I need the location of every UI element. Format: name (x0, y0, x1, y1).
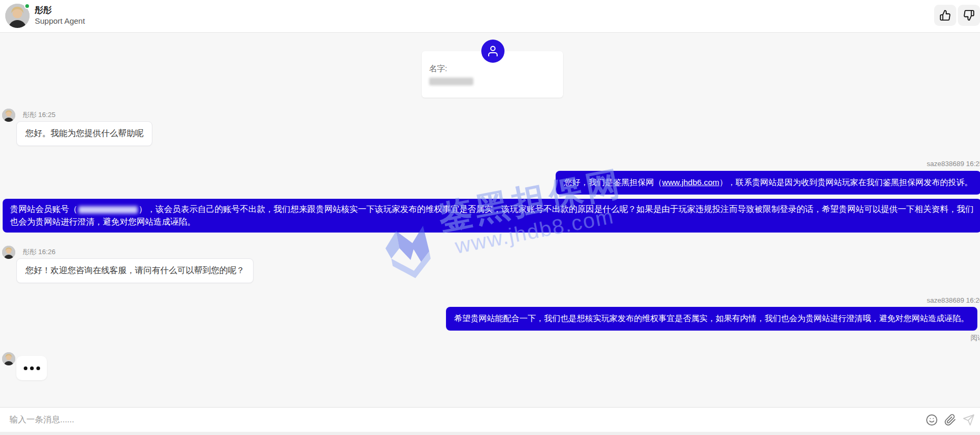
agent-role: Support Agent (35, 16, 85, 25)
visitor-name-redacted-value (429, 78, 473, 85)
message-composer (0, 407, 980, 432)
thumbs-down-icon (963, 9, 975, 21)
message-avatar (2, 246, 15, 259)
message-link[interactable]: www.jhdb6.com (662, 178, 720, 187)
read-receipt: 阅读 (971, 333, 980, 343)
chat-window: 彤彤 Support Agent 名字: 彤彤 16:25 您好。我能为您提供什… (0, 0, 980, 435)
visitor-name-label: 名字: (429, 64, 447, 74)
composer-icons (926, 414, 980, 426)
attachment-icon[interactable] (944, 414, 956, 426)
typing-indicator (16, 356, 47, 380)
message-avatar (2, 352, 15, 365)
message-text: ），该会员表示自己的账号不出款，我们想来跟贵网站核实一下该玩家发布的维权事宜是否… (10, 205, 974, 226)
bottom-strip (0, 432, 980, 435)
message-meta: 彤彤 16:26 (23, 247, 55, 257)
thumbs-up-button[interactable] (934, 5, 956, 26)
message-meta: 彤彤 16:25 (23, 110, 55, 120)
message-text: 您好，我们是鉴黑担保网（ (564, 178, 662, 187)
message-text: ），联系贵网站是因为收到贵网站玩家在我们鉴黑担保网发布的投诉。 (720, 178, 973, 187)
emoji-icon[interactable] (926, 414, 938, 426)
message-avatar (2, 109, 15, 122)
visitor-message-bubble: 您好，我们是鉴黑担保网（www.jhdb6.com），联系贵网站是因为收到贵网站… (556, 171, 980, 195)
message-text: 贵网站会员账号（ (10, 205, 77, 214)
chat-header: 彤彤 Support Agent (0, 0, 980, 33)
agent-message-bubble: 您好！欢迎您咨询在线客服，请问有什么可以帮到您的呢？ (16, 258, 254, 283)
message-meta: saze838689 16:26 (927, 296, 980, 304)
thumbs-down-button[interactable] (958, 5, 980, 26)
visitor-message-bubble-wide: 贵网站会员账号（），该会员表示自己的账号不出款，我们想来跟贵网站核实一下该玩家发… (3, 199, 980, 233)
message-meta: saze838689 16:25 (927, 160, 980, 168)
thumbs-up-icon (939, 9, 951, 21)
agent-name: 彤彤 (35, 5, 52, 16)
visitor-message-bubble: 希望贵网站能配合一下，我们也是想核实玩家发布的维权事宜是否属实，如果有内情，我们… (446, 307, 978, 331)
agent-message-bubble: 您好。我能为您提供什么帮助呢 (16, 121, 152, 146)
visitor-user-icon (481, 40, 504, 63)
send-icon[interactable] (963, 414, 975, 426)
message-input[interactable] (0, 415, 926, 424)
redacted-account-number (79, 206, 138, 214)
online-status-dot (24, 3, 30, 9)
